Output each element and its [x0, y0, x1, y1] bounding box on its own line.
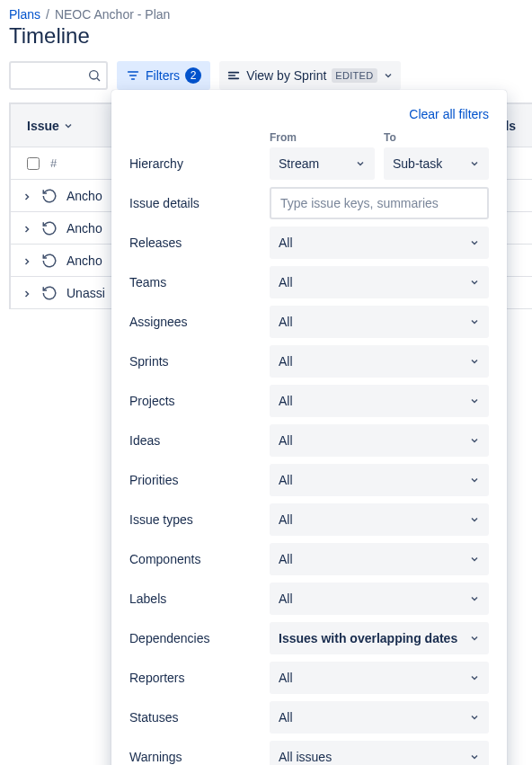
filter-select-reporters[interactable]: All	[270, 662, 489, 694]
chevron-down-icon	[469, 752, 480, 762]
filter-select-dependencies[interactable]: Issues with overlapping dates	[270, 622, 489, 654]
filter-field-label: Statuses	[129, 710, 270, 725]
filter-panel: Clear all filters From To Hierarchy Stre…	[111, 90, 507, 765]
filter-field-label: Assignees	[129, 315, 270, 329]
filter-icon	[126, 68, 140, 83]
filter-field-label: Teams	[129, 275, 270, 289]
chevron-down-icon	[469, 435, 480, 446]
filter-select-teams[interactable]: All	[270, 266, 489, 298]
list-icon	[226, 68, 241, 83]
hierarchy-from-select[interactable]: Stream	[270, 147, 375, 180]
select-all-checkbox[interactable]	[27, 157, 40, 170]
issue-label: Ancho	[66, 221, 102, 236]
issue-details-input[interactable]	[270, 187, 489, 219]
filter-select-warnings[interactable]: All issues	[270, 741, 489, 765]
issue-label: Ancho	[66, 254, 102, 268]
search-icon	[87, 68, 102, 83]
issue-type-icon	[41, 188, 58, 204]
filter-select-issue-types[interactable]: All	[270, 503, 489, 536]
chevron-down-icon	[355, 158, 366, 169]
filter-select-releases[interactable]: All	[270, 227, 489, 259]
issue-type-icon	[41, 285, 58, 301]
chevron-down-icon	[469, 633, 480, 644]
filter-select-sprints[interactable]: All	[270, 345, 489, 378]
chevron-down-icon	[469, 593, 480, 604]
breadcrumb-sep: /	[46, 7, 49, 22]
issue-type-icon	[41, 253, 58, 269]
filter-field-label: Reporters	[129, 671, 270, 685]
hierarchy-label: Hierarchy	[129, 156, 270, 171]
filters-label: Filters	[146, 68, 180, 83]
from-label: From	[270, 131, 375, 144]
filter-field-label: Dependencies	[129, 631, 270, 645]
chevron-down-icon	[469, 158, 480, 169]
chevron-down-icon	[63, 120, 74, 131]
issue-label: Unassi	[66, 286, 105, 300]
filter-select-components[interactable]: All	[270, 543, 489, 575]
chevron-down-icon	[469, 514, 480, 525]
issue-type-icon	[41, 220, 58, 236]
filter-field-label: Issue types	[129, 512, 270, 527]
expand-icon[interactable]	[22, 189, 32, 203]
chevron-down-icon	[469, 277, 480, 288]
chevron-down-icon	[469, 475, 480, 485]
filter-select-labels[interactable]: All	[270, 583, 489, 615]
hierarchy-to-select[interactable]: Sub-task	[384, 147, 489, 180]
page-title: Timeline	[0, 23, 532, 61]
filters-count-badge: 2	[185, 67, 201, 84]
view-label: View by Sprint	[246, 68, 326, 83]
breadcrumb: Plans / NEOC Anchor - Plan	[0, 0, 532, 23]
filter-select-assignees[interactable]: All	[270, 306, 489, 338]
chevron-down-icon	[469, 356, 480, 367]
breadcrumb-parent[interactable]: Plans	[9, 7, 40, 22]
chevron-down-icon	[469, 396, 480, 406]
expand-icon[interactable]	[22, 254, 32, 268]
filters-button[interactable]: Filters 2	[117, 61, 210, 90]
svg-line-1	[97, 78, 100, 81]
chevron-down-icon	[469, 237, 480, 248]
expand-icon[interactable]	[22, 221, 32, 236]
to-label: To	[384, 131, 489, 144]
filter-field-label: Priorities	[129, 473, 270, 487]
chevron-down-icon	[469, 672, 480, 683]
edited-tag: EDITED	[332, 68, 377, 83]
filter-field-label: Releases	[129, 236, 270, 250]
filter-field-label: Sprints	[129, 354, 270, 369]
search-input[interactable]	[9, 61, 108, 90]
chevron-down-icon	[469, 316, 480, 327]
filter-select-priorities[interactable]: All	[270, 464, 489, 496]
number-header: #	[50, 156, 57, 170]
issue-details-label: Issue details	[129, 196, 270, 210]
chevron-down-icon	[383, 70, 394, 81]
clear-all-filters-link[interactable]: Clear all filters	[409, 107, 489, 121]
issue-label: Ancho	[66, 189, 102, 203]
expand-icon[interactable]	[22, 286, 32, 300]
filter-field-label: Projects	[129, 394, 270, 408]
chevron-down-icon	[469, 712, 480, 723]
chevron-down-icon	[469, 554, 480, 565]
filter-field-label: Ideas	[129, 433, 270, 448]
filter-field-label: Labels	[129, 592, 270, 606]
breadcrumb-current: NEOC Anchor - Plan	[55, 7, 170, 22]
filter-select-projects[interactable]: All	[270, 385, 489, 417]
filter-select-ideas[interactable]: All	[270, 424, 489, 457]
filter-field-label: Components	[129, 552, 270, 566]
view-by-button[interactable]: View by Sprint EDITED	[219, 61, 400, 90]
svg-point-0	[90, 71, 98, 79]
filter-select-statuses[interactable]: All	[270, 701, 489, 734]
issue-column-header[interactable]: Issue	[11, 119, 90, 133]
filter-field-label: Warnings	[129, 750, 270, 764]
